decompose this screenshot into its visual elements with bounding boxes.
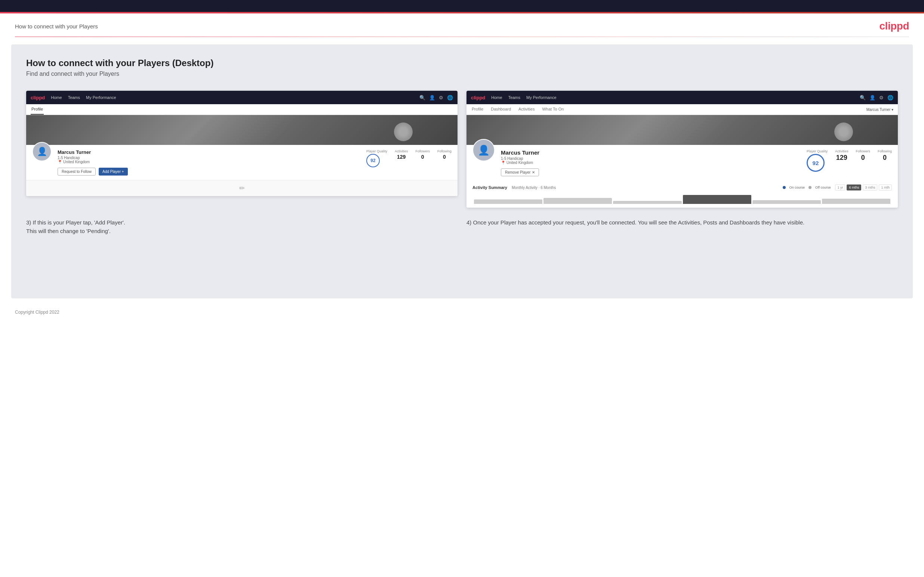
stat-quality-left: Player Quality 92 <box>366 149 387 167</box>
screenshot-footer-left: ✏ <box>26 180 457 196</box>
stat-quality-right: Player Quality 92 <box>807 149 827 172</box>
mock-app-right: clippd Home Teams My Performance 🔍 👤 ⚙ 🌐… <box>467 91 898 208</box>
on-course-label: On course <box>790 185 805 189</box>
tab-whattoon-right[interactable]: What To On <box>541 104 564 114</box>
activity-legend: On course Off course <box>783 185 831 189</box>
tabs-left-group: Profile Dashboard Activities What To On <box>471 104 564 114</box>
followers-value-right: 0 <box>856 154 870 162</box>
app-tabs-left: Profile <box>26 104 457 115</box>
main-title: How to connect with your Players (Deskto… <box>26 58 898 68</box>
chart-bar-6 <box>822 199 890 204</box>
close-icon: ✕ <box>532 170 535 174</box>
time-btn-6mths[interactable]: 6 mths <box>846 184 861 190</box>
follow-button-left[interactable]: Request to Follow <box>58 168 96 176</box>
location-pin-icon-left: 📍 <box>58 160 62 164</box>
copyright: Copyright Clippd 2022 <box>15 309 60 315</box>
chart-bar-1 <box>474 200 542 204</box>
player-handicap-left: 1-5 Handicap <box>58 156 360 160</box>
nav-icons-left: 🔍 👤 ⚙ 🌐 <box>419 95 453 100</box>
stat-following-right: Following 0 <box>878 149 892 162</box>
activity-header: Activity Summary Monthly Activity · 6 Mo… <box>472 184 892 190</box>
off-course-label: Off course <box>815 185 830 189</box>
add-player-button-left[interactable]: Add Player + <box>99 168 128 176</box>
user-icon-left[interactable]: 👤 <box>429 95 435 100</box>
stat-activities-right: Activities 129 <box>835 149 848 162</box>
activities-value-left: 129 <box>395 154 408 160</box>
following-value-left: 0 <box>437 154 452 160</box>
nav-icons-right: 🔍 👤 ⚙ 🌐 <box>860 95 893 100</box>
nav-home-left[interactable]: Home <box>51 95 62 100</box>
screenshots-row: clippd Home Teams My Performance 🔍 👤 ⚙ 🌐… <box>26 91 898 208</box>
chart-bar-4 <box>683 195 751 204</box>
followers-value-left: 0 <box>415 154 430 160</box>
breadcrumb: How to connect with your Players <box>15 23 98 29</box>
pen-icon-left: ✏ <box>239 184 245 192</box>
quality-label-right: Player Quality <box>807 149 827 153</box>
stat-followers-right: Followers 0 <box>856 149 870 162</box>
app-logo-right: clippd <box>471 95 485 100</box>
chart-bar-5 <box>753 200 821 204</box>
nav-home-right[interactable]: Home <box>491 95 502 100</box>
hero-image-right <box>467 115 898 145</box>
search-icon-right[interactable]: 🔍 <box>860 95 866 100</box>
tab-profile-left[interactable]: Profile <box>31 104 44 114</box>
activity-controls: On course Off course 1 yr 6 mths 3 mths … <box>783 184 892 190</box>
settings-icon-right[interactable]: ⚙ <box>879 95 884 100</box>
stat-following-left: Following 0 <box>437 149 452 160</box>
main-subtitle: Find and connect with your Players <box>26 71 898 77</box>
profile-info-right: Marcus Turner 1-5 Handicap 📍 United King… <box>501 149 801 176</box>
app-navbar-left: clippd Home Teams My Performance 🔍 👤 ⚙ 🌐 <box>26 91 457 104</box>
globe-icon-right[interactable]: 🌐 <box>887 95 893 100</box>
button-group-left: Request to Follow Add Player + <box>58 168 360 176</box>
hero-image-left <box>26 115 457 145</box>
following-value-right: 0 <box>878 154 892 162</box>
tab-activities-right[interactable]: Activities <box>518 104 535 114</box>
desc-text-left: 3) If this is your Player tap, 'Add Play… <box>26 218 457 236</box>
main-content: How to connect with your Players (Deskto… <box>11 44 913 298</box>
tab-dashboard-right[interactable]: Dashboard <box>490 104 512 114</box>
stat-activities-left: Activities 129 <box>395 149 408 160</box>
top-bar <box>0 0 924 12</box>
profile-info-left: Marcus Turner 1-5 Handicap 📍 United King… <box>58 149 360 176</box>
user-icon-right[interactable]: 👤 <box>869 95 876 100</box>
settings-icon-left[interactable]: ⚙ <box>439 95 443 100</box>
search-icon-left[interactable]: 🔍 <box>419 95 425 100</box>
profile-stats-left: Player Quality 92 Activities 129 Followe… <box>366 149 452 167</box>
chart-bar-3 <box>613 201 682 204</box>
profile-section-right: 👤 Marcus Turner 1-5 Handicap 📍 United Ki… <box>467 145 898 181</box>
nav-teams-right[interactable]: Teams <box>508 95 520 100</box>
player-location-left: 📍 United Kingdom <box>58 160 360 164</box>
time-btn-1mth[interactable]: 1 mth <box>879 184 892 190</box>
user-dropdown-right[interactable]: Marcus Turner ▾ <box>866 108 893 112</box>
time-btn-1yr[interactable]: 1 yr <box>835 184 845 190</box>
activity-title: Activity Summary <box>472 185 507 190</box>
desc-col-left: 3) If this is your Player tap, 'Add Play… <box>26 218 457 236</box>
globe-icon-left[interactable]: 🌐 <box>447 95 453 100</box>
screenshot-right: clippd Home Teams My Performance 🔍 👤 ⚙ 🌐… <box>467 91 898 208</box>
activities-label-left: Activities <box>395 149 408 153</box>
app-logo-left: clippd <box>31 95 45 100</box>
tab-profile-right[interactable]: Profile <box>471 104 484 114</box>
nav-performance-right[interactable]: My Performance <box>526 95 557 100</box>
profile-stats-right: Player Quality 92 Activities 129 Followe… <box>807 149 892 172</box>
activities-value-right: 129 <box>835 154 848 162</box>
off-course-dot <box>809 186 811 189</box>
quality-label-left: Player Quality <box>366 149 387 153</box>
nav-teams-left[interactable]: Teams <box>68 95 80 100</box>
mock-app-left: clippd Home Teams My Performance 🔍 👤 ⚙ 🌐… <box>26 91 457 196</box>
remove-player-button[interactable]: Remove Player ✕ <box>501 168 539 176</box>
nav-performance-left[interactable]: My Performance <box>86 95 116 100</box>
header-divider <box>15 37 909 37</box>
player-name-left: Marcus Turner <box>58 149 360 155</box>
description-section: 3) If this is your Player tap, 'Add Play… <box>26 218 898 236</box>
screenshot-left: clippd Home Teams My Performance 🔍 👤 ⚙ 🌐… <box>26 91 457 208</box>
app-tabs-right: Profile Dashboard Activities What To On … <box>467 104 898 115</box>
chart-area <box>472 193 892 204</box>
avatar-left: 👤 <box>32 142 52 161</box>
following-label-right: Following <box>878 149 892 153</box>
time-btn-3mths[interactable]: 3 mths <box>863 184 877 190</box>
clippd-logo: clippd <box>880 20 909 32</box>
quality-circle-right: 92 <box>807 154 825 172</box>
player-location-right: 📍 United Kingdom <box>501 161 801 165</box>
page-header: How to connect with your Players clippd <box>0 13 924 37</box>
